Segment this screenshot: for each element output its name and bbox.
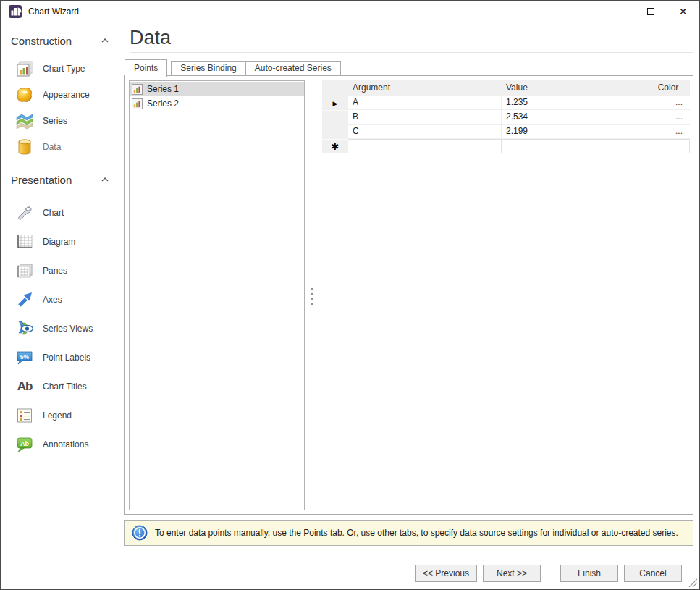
tab-series-binding[interactable]: Series Binding [171, 61, 245, 75]
appearance-icon [15, 85, 34, 104]
cancel-button[interactable]: Cancel [624, 565, 682, 582]
series-views-eye-icon [15, 319, 34, 338]
finish-button[interactable]: Finish [560, 565, 618, 582]
tab-points[interactable]: Points [125, 59, 167, 77]
section-construction[interactable]: Construction [1, 31, 123, 50]
sidebar-item-label: Point Labels [43, 353, 90, 363]
column-header-value[interactable]: Value [502, 80, 646, 96]
axes-arrow-icon [15, 290, 34, 309]
sidebar-item-chart-titles[interactable]: Ab Chart Titles [1, 372, 123, 401]
chart-titles-ab-icon: Ab [15, 377, 34, 396]
minimize-icon[interactable]: — [602, 1, 634, 22]
sidebar-item-label: Chart Titles [43, 382, 87, 392]
new-color-cell[interactable] [646, 139, 690, 153]
wizard-sidebar: Construction Chart Type [1, 22, 123, 589]
resize-grip[interactable] [687, 577, 697, 587]
sidebar-item-appearance[interactable]: Appearance [1, 82, 123, 108]
next-button[interactable]: Next >> [483, 565, 541, 582]
column-header-color[interactable]: Color [646, 80, 690, 96]
column-header-argument[interactable]: Argument [348, 80, 502, 96]
footer-divider [7, 555, 693, 555]
sidebar-item-label: Diagram [43, 237, 75, 247]
grid-corner-cell [322, 80, 348, 96]
row-indicator: ▶ [322, 96, 348, 110]
chevron-up-icon [101, 38, 109, 43]
sidebar-item-chart-type[interactable]: Chart Type [1, 56, 123, 82]
new-argument-cell[interactable] [348, 139, 502, 153]
sidebar-item-label: Series Views [43, 324, 93, 334]
app-icon [8, 4, 22, 19]
value-cell[interactable]: 2.534 [502, 110, 646, 125]
sidebar-item-label: Chart Type [43, 64, 85, 74]
row-indicator [322, 125, 348, 139]
new-value-cell[interactable] [502, 139, 646, 153]
diagram-grid-icon [15, 232, 34, 251]
section-presentation[interactable]: Presentation [1, 170, 123, 189]
annotations-bubble-icon: Ab [15, 435, 34, 454]
info-bar: To enter data points manually, use the P… [124, 520, 693, 546]
previous-button[interactable]: << Previous [415, 565, 477, 582]
svg-text:5%: 5% [20, 353, 30, 361]
sidebar-item-series-views[interactable]: Series Views [1, 314, 123, 343]
sidebar-item-label: Axes [43, 295, 62, 305]
argument-cell[interactable]: A [348, 96, 502, 110]
series-chart-icon [132, 84, 143, 95]
close-icon[interactable]: ✕ [667, 1, 699, 22]
argument-cell[interactable]: C [348, 125, 502, 139]
sidebar-item-diagram[interactable]: Diagram [1, 227, 123, 256]
points-data-grid: Argument Value Color ▶ A 1.235 ... B 2.5… [322, 80, 690, 153]
argument-cell[interactable]: B [348, 110, 502, 125]
info-icon [132, 525, 148, 541]
sidebar-item-chart[interactable]: Chart [1, 198, 123, 227]
window-title: Chart Wizard [28, 7, 79, 17]
maximize-icon[interactable] [634, 1, 667, 22]
splitter-grip[interactable] [311, 288, 314, 305]
sidebar-item-label: Data [43, 142, 61, 152]
color-ellipsis-button[interactable]: ... [646, 110, 690, 125]
series-listbox[interactable]: Series 1 Series 2 [129, 80, 305, 510]
sidebar-item-label: Legend [43, 410, 72, 421]
page-title: Data [130, 27, 171, 49]
data-icon [15, 138, 34, 156]
series-icon [15, 111, 34, 130]
sidebar-item-axes[interactable]: Axes [1, 285, 123, 314]
chart-wizard-dialog: Chart Wizard — ✕ Construction [0, 0, 700, 590]
row-indicator [322, 110, 348, 125]
sidebar-item-label: Chart [43, 208, 64, 218]
current-row-icon: ▶ [333, 100, 338, 107]
chart-type-icon [15, 59, 34, 78]
sidebar-item-data[interactable]: Data [1, 134, 123, 160]
series-list-item[interactable]: Series 1 [130, 82, 304, 96]
tab-strip: Points Series Binding Auto-created Serie… [125, 59, 341, 77]
sidebar-item-series[interactable]: Series [1, 108, 123, 134]
section-construction-label: Construction [11, 35, 72, 47]
value-cell[interactable]: 2.199 [502, 125, 646, 139]
points-tab-panel: Series 1 Series 2 Argument Value Color ▶ [124, 75, 693, 515]
sidebar-item-panes[interactable]: Panes [1, 256, 123, 285]
value-cell[interactable]: 1.235 [502, 96, 646, 110]
title-divider [130, 52, 693, 53]
sidebar-item-annotations[interactable]: Ab Annotations [1, 430, 123, 459]
chevron-up-icon [101, 177, 109, 182]
sidebar-item-point-labels[interactable]: 5% Point Labels [1, 343, 123, 372]
series-name: Series 1 [147, 84, 179, 94]
svg-text:Ab: Ab [20, 440, 29, 447]
new-row-indicator: ✱ [322, 139, 348, 153]
tab-auto-created-series[interactable]: Auto-created Series [245, 61, 341, 75]
sidebar-item-label: Series [43, 116, 67, 126]
color-ellipsis-button[interactable]: ... [646, 125, 690, 139]
info-text: To enter data points manually, use the P… [155, 528, 678, 538]
new-row-icon: ✱ [332, 141, 340, 152]
legend-icon [15, 406, 34, 425]
sidebar-item-label: Panes [43, 266, 67, 276]
sidebar-item-label: Annotations [43, 439, 88, 450]
color-ellipsis-button[interactable]: ... [646, 96, 690, 110]
point-labels-bubble-icon: 5% [15, 348, 34, 367]
series-list-item[interactable]: Series 2 [130, 96, 304, 111]
panes-icon [15, 261, 34, 280]
series-chart-icon [132, 98, 143, 109]
wrench-icon [15, 203, 34, 222]
titlebar[interactable]: Chart Wizard — ✕ [1, 1, 699, 22]
sidebar-item-legend[interactable]: Legend [1, 401, 123, 430]
footer-buttons: << Previous Next >> Finish Cancel [415, 565, 682, 582]
